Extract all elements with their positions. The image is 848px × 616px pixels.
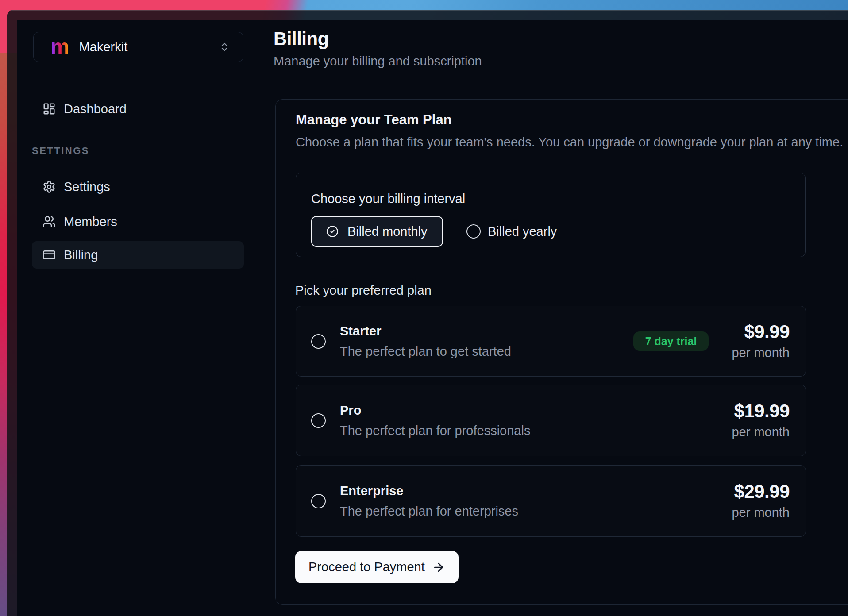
sidebar-item-label: Settings bbox=[64, 180, 110, 194]
content-area: Manage your Team Plan Choose a plan that… bbox=[258, 75, 848, 616]
sidebar-item-label: Billing bbox=[64, 248, 98, 262]
page-subtitle: Manage your billing and subscription bbox=[274, 54, 848, 69]
credit-card-icon bbox=[42, 248, 56, 262]
pick-plan-label: Pick your preferred plan bbox=[295, 283, 432, 298]
desktop: m Makerkit bbox=[0, 0, 848, 616]
makerkit-logo-icon: m bbox=[50, 37, 69, 56]
card-title: Manage your Team Plan bbox=[296, 112, 452, 128]
radio-unselected-icon bbox=[466, 224, 481, 239]
plan-period: per month bbox=[732, 346, 790, 360]
plan-description: The perfect plan for professionals bbox=[340, 424, 732, 438]
circle-check-icon bbox=[326, 225, 339, 238]
billed-monthly-option[interactable]: Billed monthly bbox=[311, 216, 443, 247]
sidebar-item-billing[interactable]: Billing bbox=[32, 241, 244, 269]
plan-description: The perfect plan for enterprises bbox=[340, 504, 732, 519]
radio-unselected-icon[interactable] bbox=[311, 494, 326, 508]
plan-text: Starter The perfect plan to get started bbox=[340, 324, 633, 359]
plan-price: $9.99 bbox=[732, 322, 790, 342]
sidebar-item-dashboard[interactable]: Dashboard bbox=[32, 98, 244, 119]
plan-name: Starter bbox=[340, 324, 633, 339]
proceed-button-label: Proceed to Payment bbox=[308, 560, 425, 574]
radio-unselected-icon[interactable] bbox=[311, 334, 326, 349]
plan-price-block: $29.99 per month bbox=[732, 482, 790, 520]
team-selector-label: Makerkit bbox=[79, 40, 128, 54]
billed-yearly-option[interactable]: Billed yearly bbox=[466, 216, 557, 247]
sidebar-item-settings[interactable]: Settings bbox=[32, 176, 244, 197]
plan-row-pro[interactable]: Pro The perfect plan for professionals $… bbox=[296, 385, 806, 456]
users-icon bbox=[42, 215, 56, 228]
sidebar-item-members[interactable]: Members bbox=[32, 211, 244, 232]
gear-icon bbox=[42, 180, 56, 193]
billed-monthly-label: Billed monthly bbox=[347, 224, 428, 239]
app-window: m Makerkit bbox=[7, 10, 848, 616]
plan-row-starter[interactable]: Starter The perfect plan to get started … bbox=[296, 306, 806, 377]
plan-text: Pro The perfect plan for professionals bbox=[340, 403, 732, 438]
team-plan-card: Manage your Team Plan Choose a plan that… bbox=[275, 99, 848, 605]
plan-price-block: $9.99 per month bbox=[732, 322, 790, 360]
sidebar-section-settings-label: SETTINGS bbox=[32, 145, 244, 157]
dashboard-icon bbox=[42, 102, 56, 116]
sidebar-item-label: Members bbox=[64, 215, 117, 229]
plan-period: per month bbox=[732, 505, 790, 520]
plan-text: Enterprise The perfect plan for enterpri… bbox=[340, 484, 732, 519]
sidebar-nav: Dashboard SETTINGS Settings bbox=[32, 98, 244, 269]
billed-yearly-label: Billed yearly bbox=[488, 224, 557, 239]
sidebar: m Makerkit bbox=[17, 20, 258, 616]
plan-price: $29.99 bbox=[732, 482, 790, 501]
radio-unselected-icon[interactable] bbox=[311, 413, 326, 428]
plan-name: Enterprise bbox=[340, 484, 732, 498]
page-header: Billing Manage your billing and subscrip… bbox=[258, 20, 848, 75]
billing-interval-box: Choose your billing interval Billed mont… bbox=[296, 173, 806, 257]
spacer bbox=[32, 232, 244, 241]
plan-period: per month bbox=[732, 425, 790, 439]
plan-price-block: $19.99 per month bbox=[732, 401, 790, 439]
team-selector[interactable]: m Makerkit bbox=[33, 32, 243, 62]
main-content: Billing Manage your billing and subscrip… bbox=[258, 20, 848, 616]
chevrons-up-down-icon bbox=[219, 41, 230, 53]
plan-row-enterprise[interactable]: Enterprise The perfect plan for enterpri… bbox=[296, 465, 806, 537]
trial-badge: 7 day trial bbox=[633, 331, 709, 351]
card-subtitle: Choose a plan that fits your team's need… bbox=[296, 135, 843, 150]
spacer bbox=[32, 197, 244, 211]
proceed-to-payment-button[interactable]: Proceed to Payment bbox=[295, 551, 459, 583]
plan-name: Pro bbox=[340, 403, 732, 418]
page-title: Billing bbox=[274, 29, 848, 49]
plan-price: $19.99 bbox=[732, 401, 790, 421]
billing-interval-label: Choose your billing interval bbox=[311, 192, 465, 206]
app-root: m Makerkit bbox=[17, 20, 848, 616]
plan-description: The perfect plan to get started bbox=[340, 344, 633, 359]
arrow-right-icon bbox=[432, 561, 445, 574]
sidebar-item-label: Dashboard bbox=[64, 102, 127, 116]
